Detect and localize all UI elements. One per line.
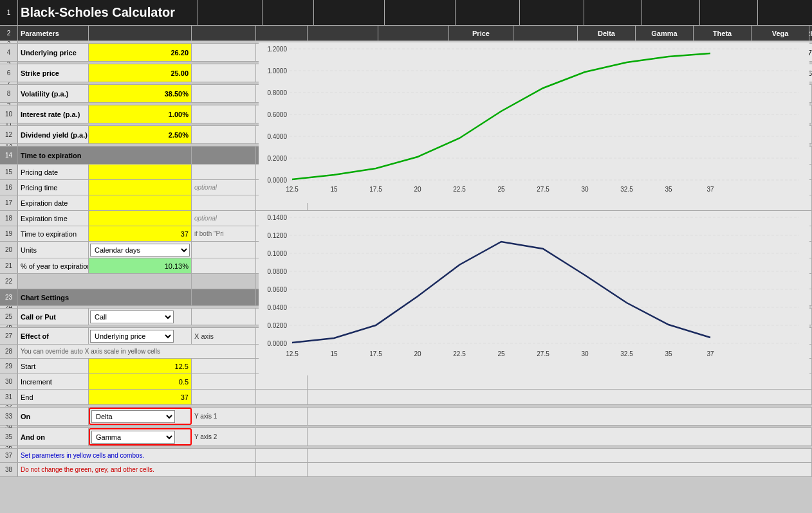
empty-1f [385, 0, 456, 25]
empty-15c [192, 165, 256, 179]
empty-6d [256, 64, 308, 82]
rn-36: 36 [0, 446, 18, 448]
row-14: 14 Time to expiration [0, 147, 812, 165]
expiration-time-value[interactable] [89, 211, 192, 226]
row-28: 28 You can override auto X axis scale in… [0, 345, 812, 359]
rn-16: 16 [0, 180, 18, 195]
rn-6: 6 [0, 64, 18, 82]
on-select[interactable]: Delta Gamma Theta Vega Rho Price [91, 410, 175, 423]
rn-18: 18 [0, 211, 18, 226]
empty-30c [192, 374, 256, 389]
rn-5: 5 [0, 62, 18, 64]
rn-29: 29 [0, 359, 18, 374]
end-value[interactable]: 37 [89, 390, 192, 404]
rn-25: 25 [0, 309, 18, 325]
and-on-select[interactable]: Gamma Delta Theta Vega Rho Price [91, 431, 175, 444]
chart-row-20 [308, 242, 812, 258]
empty-20d [256, 242, 308, 258]
rn-1: 1 [0, 0, 18, 25]
chart-row-14 [308, 147, 812, 164]
rn-2: 2 [0, 26, 18, 40]
expiration-date-value[interactable] [89, 195, 192, 210]
row-17: 17 Expiration date [0, 195, 812, 211]
chart-row-37 [308, 449, 812, 462]
start-value[interactable]: 12.5 [89, 359, 192, 374]
chart-row-16 [308, 180, 812, 195]
empty-2b [89, 26, 192, 40]
rn-27: 27 [0, 328, 18, 344]
units-select[interactable]: Calendar days Trading days [90, 244, 190, 256]
and-on-dropdown[interactable]: Gamma Delta Theta Vega Rho Price [89, 428, 192, 446]
empty-30d [256, 374, 308, 389]
call-price: 1.91 [449, 44, 513, 61]
row-37: 37 Set parameters in yellow cells and co… [0, 449, 812, 463]
empty-4c [192, 44, 256, 61]
row-12: 12 Dividend yield (p.a.) 2.50% [0, 126, 812, 144]
empty-1c [198, 0, 263, 25]
row-27: 27 Effect of Underlying price Strike pri… [0, 328, 812, 345]
call-put-dropdown[interactable]: Call Put [89, 309, 192, 325]
gamma-header: Gamma [636, 26, 694, 40]
call-gamma: 0.1129 [636, 44, 694, 61]
call-put-select[interactable]: Call Put [90, 310, 174, 323]
interest-rate-label: Interest rate (p.a.) [18, 105, 89, 123]
pct-year-label: % of year to expiration [18, 258, 89, 273]
underlying-price-value[interactable]: 26.20 [89, 44, 192, 61]
row-18: 18 Expiration time optional [0, 211, 812, 226]
rn-38: 38 [0, 463, 18, 476]
on-dropdown[interactable]: Delta Gamma Theta Vega Rho Price [89, 408, 192, 425]
time-exp-section-label: Time to expiration [18, 147, 192, 164]
interest-rate-value[interactable]: 1.00% [89, 105, 192, 123]
empty-4d [256, 44, 308, 61]
empty-1h [520, 0, 584, 25]
increment-value[interactable]: 0.5 [89, 374, 192, 389]
empty-35d [256, 428, 308, 446]
effect-of-dropdown[interactable]: Underlying price Strike price Volatility… [89, 328, 192, 344]
empty-1g [456, 0, 520, 25]
empty-1d [263, 0, 314, 25]
put-theta: -0.0161 [694, 64, 752, 82]
info-text-2: Do not change the green, grey, and other… [18, 463, 256, 476]
rn-20: 20 [0, 242, 18, 258]
units-dropdown[interactable]: Calendar days Trading days [89, 242, 192, 258]
empty-19d [256, 226, 308, 241]
call-delta: 0.6653 [578, 44, 636, 61]
effect-of-select[interactable]: Underlying price Strike price Volatility… [90, 330, 174, 343]
start-label: Start [18, 359, 89, 374]
row-4: 4 Underlying price 26.20 Call option 1.9… [0, 44, 812, 62]
x-axis-label: X axis: Underlying price [690, 274, 812, 289]
rn-17: 17 [0, 195, 18, 210]
call-vega: 0.0302 [752, 44, 809, 61]
row-38: 38 Do not change the green, grey, and ot… [0, 463, 812, 477]
empty-8c [192, 85, 256, 102]
rn-22: 22 [0, 274, 18, 289]
rn-19: 19 [0, 226, 18, 241]
chart-row-29 [308, 359, 812, 374]
empty-10c [192, 105, 256, 123]
empty-22c [192, 274, 256, 289]
time-exp-value[interactable]: 37 [89, 226, 192, 241]
put-gamma: 0.1129 [636, 64, 694, 82]
rn-26: 26 [0, 325, 18, 327]
rn-9: 9 [0, 103, 18, 105]
dividend-yield-value[interactable]: 2.50% [89, 126, 192, 143]
row-22: 22 Call option Upper chart: Delta Lower … [0, 274, 812, 289]
rn-33: 33 [0, 408, 18, 425]
strike-price-value[interactable]: 25.00 [89, 64, 192, 82]
rn-35: 35 [0, 428, 18, 446]
empty-1j [642, 0, 700, 25]
underlying-price-label: Underlying price [18, 44, 89, 61]
volatility-value[interactable]: 38.50% [89, 85, 192, 102]
pricing-date-value[interactable] [89, 165, 192, 179]
rn-10: 10 [0, 105, 18, 123]
rn-28: 28 [0, 345, 18, 358]
rn-30: 30 [0, 374, 18, 389]
pricing-time-value[interactable] [89, 180, 192, 195]
rn-14: 14 [0, 147, 18, 164]
call-option-chart-label: Call option [308, 274, 445, 289]
strike-price-label: Strike price [18, 64, 89, 82]
end-label: End [18, 390, 89, 404]
empty-4f [378, 44, 449, 61]
row-19: 19 Time to expiration 37 if both "Pri [0, 226, 812, 242]
chart-row-25 [308, 309, 812, 325]
